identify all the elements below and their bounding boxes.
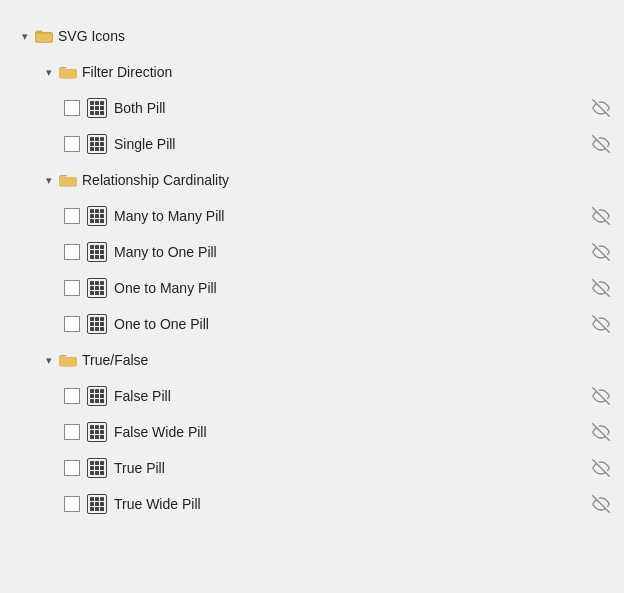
chevron-icon[interactable]: ▾ [40, 351, 58, 369]
checkbox-true-pill[interactable] [64, 460, 80, 476]
item-label-false-wide-pill: False Wide Pill [114, 424, 590, 440]
svg-rect-5 [59, 177, 76, 186]
tree-root-row[interactable]: ▾ SVG Icons [0, 18, 624, 54]
item-label-true-wide-pill: True Wide Pill [114, 496, 590, 512]
item-row-false-wide-pill: False Wide Pill [0, 414, 624, 450]
chevron-icon[interactable]: ▾ [40, 171, 58, 189]
eye-off-icon-one-to-one[interactable] [590, 313, 612, 335]
chevron-icon[interactable]: ▾ [40, 63, 58, 81]
checkbox-true-wide-pill[interactable] [64, 496, 80, 512]
calc-icon-false-wide-pill [86, 421, 108, 443]
checkbox-many-to-many[interactable] [64, 208, 80, 224]
folder-icon [34, 26, 54, 46]
group-relationship-cardinality-row[interactable]: ▾ Relationship Cardinality [0, 162, 624, 198]
item-row-false-pill: False Pill [0, 378, 624, 414]
calc-icon-false-pill [86, 385, 108, 407]
calc-icon-one-to-one [86, 313, 108, 335]
tree-container: ▾ SVG Icons ▾ Filter Direction [0, 10, 624, 530]
eye-off-icon-one-to-many[interactable] [590, 277, 612, 299]
item-row-many-to-one: Many to One Pill [0, 234, 624, 270]
folder-icon [58, 170, 78, 190]
group-label-true-false: True/False [82, 352, 612, 368]
checkbox-false-pill[interactable] [64, 388, 80, 404]
calc-icon-one-to-many [86, 277, 108, 299]
checkbox-one-to-many[interactable] [64, 280, 80, 296]
item-row-one-to-one: One to One Pill [0, 306, 624, 342]
calc-icon-both-pill [86, 97, 108, 119]
calc-icon-many-to-one [86, 241, 108, 263]
checkbox-one-to-one[interactable] [64, 316, 80, 332]
calc-icon-true-wide-pill [86, 493, 108, 515]
eye-off-icon-many-to-many[interactable] [590, 205, 612, 227]
item-row-single-pill: Single Pill [0, 126, 624, 162]
item-label-both-pill: Both Pill [114, 100, 590, 116]
group-label-filter-direction: Filter Direction [82, 64, 612, 80]
folder-icon [58, 62, 78, 82]
checkbox-single-pill[interactable] [64, 136, 80, 152]
item-label-true-pill: True Pill [114, 460, 590, 476]
eye-off-icon-both-pill[interactable] [590, 97, 612, 119]
checkbox-both-pill[interactable] [64, 100, 80, 116]
root-label: SVG Icons [58, 28, 612, 44]
eye-off-icon-false-wide-pill[interactable] [590, 421, 612, 443]
item-row-true-wide-pill: True Wide Pill [0, 486, 624, 522]
item-row-many-to-many: Many to Many Pill [0, 198, 624, 234]
eye-off-icon-false-pill[interactable] [590, 385, 612, 407]
item-label-many-to-many: Many to Many Pill [114, 208, 590, 224]
group-label-relationship-cardinality: Relationship Cardinality [82, 172, 612, 188]
eye-off-icon-single-pill[interactable] [590, 133, 612, 155]
item-label-many-to-one: Many to One Pill [114, 244, 590, 260]
folder-icon [58, 350, 78, 370]
item-row-true-pill: True Pill [0, 450, 624, 486]
item-label-one-to-many: One to Many Pill [114, 280, 590, 296]
calc-icon-single-pill [86, 133, 108, 155]
item-label-single-pill: Single Pill [114, 136, 590, 152]
chevron-icon[interactable]: ▾ [16, 27, 34, 45]
calc-icon-many-to-many [86, 205, 108, 227]
checkbox-many-to-one[interactable] [64, 244, 80, 260]
item-label-one-to-one: One to One Pill [114, 316, 590, 332]
svg-rect-1 [35, 33, 52, 42]
item-row-one-to-many: One to Many Pill [0, 270, 624, 306]
eye-off-icon-many-to-one[interactable] [590, 241, 612, 263]
svg-rect-2 [59, 69, 76, 78]
checkbox-false-wide-pill[interactable] [64, 424, 80, 440]
item-row-both-pill: Both Pill [0, 90, 624, 126]
eye-off-icon-true-pill[interactable] [590, 457, 612, 479]
item-label-false-pill: False Pill [114, 388, 590, 404]
calc-icon-true-pill [86, 457, 108, 479]
group-true-false-row[interactable]: ▾ True/False [0, 342, 624, 378]
group-filter-direction-row[interactable]: ▾ Filter Direction [0, 54, 624, 90]
eye-off-icon-true-wide-pill[interactable] [590, 493, 612, 515]
svg-rect-10 [59, 357, 76, 366]
